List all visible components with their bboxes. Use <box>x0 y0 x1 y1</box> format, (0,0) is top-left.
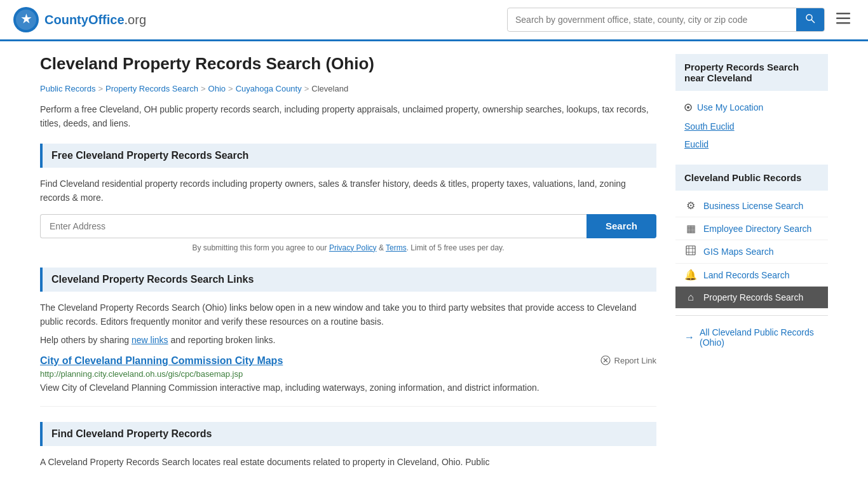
free-search-header: Free Cleveland Property Records Search <box>40 144 656 168</box>
nearby-link-euclid[interactable]: Euclid <box>675 135 828 153</box>
report-link-button[interactable]: Report Link <box>600 355 656 365</box>
svg-rect-13 <box>686 246 695 255</box>
sidebar-public-records: Cleveland Public Records ⚙ Business Lice… <box>675 165 828 353</box>
sidebar-item-property-records[interactable]: ⌂ Property Records Search <box>675 287 828 309</box>
sidebar-records-header: Cleveland Public Records <box>675 165 828 191</box>
breadcrumb-sep-1: > <box>98 84 103 93</box>
breadcrumb-property-records[interactable]: Property Records Search <box>105 84 198 93</box>
privacy-policy-link[interactable]: Privacy Policy <box>329 243 377 252</box>
sidebar-item-gis-maps[interactable]: GIS Maps Search <box>675 240 828 264</box>
page-title: Cleveland Property Records Search (Ohio) <box>40 54 656 74</box>
result-desc: View City of Cleveland Planning Commissi… <box>40 381 656 395</box>
logo-text: CountyOffice.org <box>44 13 146 27</box>
sidebar-label-business-license: Business License Search <box>703 201 803 211</box>
svg-point-3 <box>806 15 812 20</box>
svg-line-4 <box>811 20 815 23</box>
all-records-label: All Cleveland Public Records (Ohio) <box>700 327 819 348</box>
svg-point-12 <box>687 106 689 109</box>
share-suffix: and reporting broken links. <box>168 335 276 345</box>
all-records-link[interactable]: → All Cleveland Public Records (Ohio) <box>675 322 828 353</box>
sidebar: Property Records Search near Cleveland U… <box>675 54 828 485</box>
share-links-text: Help others by sharing new links and rep… <box>40 335 656 345</box>
sidebar-label-land-records: Land Records Search <box>703 270 789 280</box>
sidebar-nearby-header: Property Records Search near Cleveland <box>675 54 828 91</box>
find-section-header: Find Cleveland Property Records <box>40 422 656 446</box>
breadcrumb-cleveland: Cleveland <box>311 84 348 93</box>
map-icon <box>684 245 697 258</box>
gear-icon: ⚙ <box>684 200 697 212</box>
directory-icon: ▦ <box>684 222 697 234</box>
svg-text:★: ★ <box>21 13 32 25</box>
sidebar-label-employee-directory: Employee Directory Search <box>703 224 811 234</box>
free-search-desc: Find Cleveland residential property reco… <box>40 177 656 205</box>
header-search-input[interactable] <box>508 10 796 30</box>
breadcrumb-sep-2: > <box>201 84 206 93</box>
header-right <box>507 8 855 32</box>
nearby-link-south-euclid[interactable]: South Euclid <box>675 118 828 135</box>
breadcrumb-public-records[interactable]: Public Records <box>40 84 95 93</box>
arrow-icon: → <box>684 332 695 343</box>
share-prefix: Help others by sharing <box>40 335 132 345</box>
svg-rect-7 <box>836 22 850 24</box>
sidebar-divider <box>675 315 828 316</box>
form-note-and: & <box>377 243 386 252</box>
header-search-wrapper <box>507 8 825 32</box>
sidebar-item-employee-directory[interactable]: ▦ Employee Directory Search <box>675 217 828 240</box>
address-form: Search <box>40 214 656 238</box>
breadcrumb-ohio[interactable]: Ohio <box>208 84 226 93</box>
breadcrumb-sep-4: > <box>304 84 309 93</box>
main-container: Cleveland Property Records Search (Ohio)… <box>27 41 841 488</box>
logo-area: ★ CountyOffice.org <box>13 6 146 33</box>
bell-icon: 🔔 <box>684 269 697 281</box>
main-description: Perform a free Cleveland, OH public prop… <box>40 102 656 131</box>
result-title-row: City of Cleveland Planning Commission Ci… <box>40 355 656 367</box>
report-link-label: Report Link <box>614 356 656 365</box>
sidebar-label-gis-maps: GIS Maps Search <box>703 247 774 257</box>
links-section-header: Cleveland Property Records Search Links <box>40 268 656 292</box>
home-icon: ⌂ <box>684 292 697 303</box>
logo-icon: ★ <box>13 6 39 33</box>
sidebar-item-business-license[interactable]: ⚙ Business License Search <box>675 194 828 217</box>
use-my-location-button[interactable]: Use My Location <box>675 97 772 118</box>
links-desc: The Cleveland Property Records Search (O… <box>40 301 656 329</box>
header: ★ CountyOffice.org <box>0 0 868 41</box>
form-note: By submitting this form you agree to our… <box>40 243 656 252</box>
breadcrumb-sep-3: > <box>228 84 233 93</box>
search-submit-button[interactable]: Search <box>587 214 656 238</box>
svg-rect-5 <box>836 13 850 15</box>
result-title-link[interactable]: City of Cleveland Planning Commission Ci… <box>40 355 283 367</box>
terms-link[interactable]: Terms <box>386 243 407 252</box>
header-search-button[interactable] <box>796 8 824 31</box>
result-item: City of Cleveland Planning Commission Ci… <box>40 355 656 407</box>
result-url: http://planning.city.cleveland.oh.us/gis… <box>40 369 656 379</box>
sidebar-label-property-records: Property Records Search <box>703 292 803 302</box>
form-note-prefix: By submitting this form you agree to our <box>192 243 329 252</box>
address-input[interactable] <box>40 214 587 238</box>
free-search-section: Free Cleveland Property Records Search F… <box>40 144 656 252</box>
breadcrumb: Public Records > Property Records Search… <box>40 84 656 93</box>
sidebar-item-land-records[interactable]: 🔔 Land Records Search <box>675 264 828 287</box>
hamburger-button[interactable] <box>831 9 855 30</box>
new-links-link[interactable]: new links <box>132 335 168 345</box>
content-area: Cleveland Property Records Search (Ohio)… <box>40 54 656 485</box>
links-section: Cleveland Property Records Search Links … <box>40 268 656 407</box>
breadcrumb-cuyahoga[interactable]: Cuyahoga County <box>236 84 302 93</box>
form-note-suffix: . Limit of 5 free uses per day. <box>407 243 505 252</box>
find-desc: A Cleveland Property Records Search loca… <box>40 455 656 469</box>
find-records-section: Find Cleveland Property Records A Clevel… <box>40 422 656 469</box>
location-button-label: Use My Location <box>697 102 763 112</box>
svg-rect-6 <box>836 18 850 20</box>
